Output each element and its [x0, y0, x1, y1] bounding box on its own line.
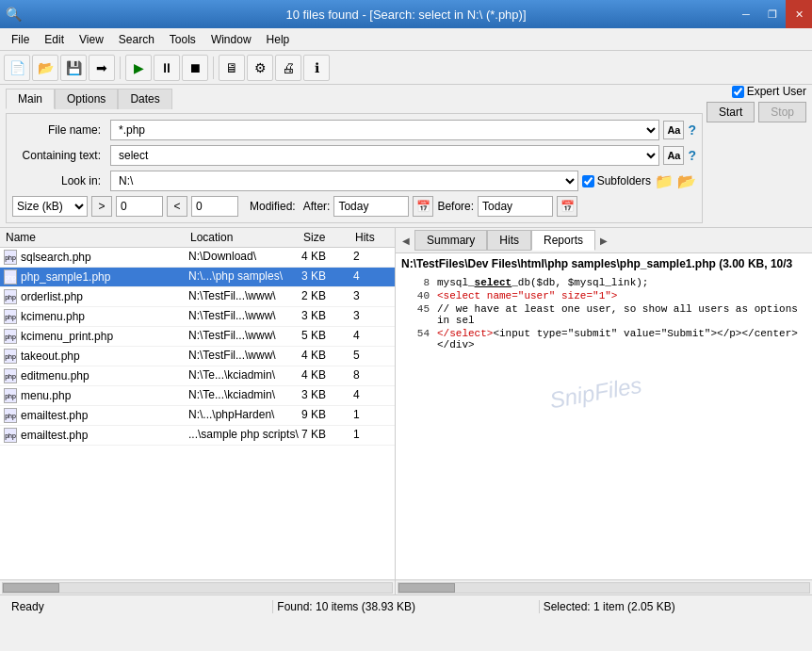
close-button[interactable]: ✕	[786, 0, 812, 28]
right-hscroll-handle[interactable]	[398, 583, 455, 593]
right-tab-hits[interactable]: Hits	[487, 230, 531, 251]
filename-row: File name: *.php Aa ?	[12, 120, 696, 140]
tab-main[interactable]: Main	[6, 89, 55, 109]
file-name: php_sample1.php	[21, 270, 110, 284]
open-button[interactable]: 📂	[32, 55, 58, 81]
tab-prev-arrow[interactable]: ◀	[398, 232, 414, 249]
containing-label: Containing text:	[12, 149, 106, 162]
status-found: Found: 10 items (38.93 KB)	[273, 600, 539, 613]
size-lt-button[interactable]: <	[167, 196, 187, 217]
subfolders-checkbox-label[interactable]: Subfolders	[582, 174, 651, 187]
file-location: N:\TestFil...\www\	[188, 309, 301, 324]
file-name-cell: php menu.php	[4, 388, 188, 403]
table-row[interactable]: php kcimenu_print.php N:\TestFil...\www\…	[0, 327, 395, 347]
size-gt-button[interactable]: >	[91, 196, 112, 217]
right-tab-summary[interactable]: Summary	[414, 230, 487, 251]
col-header-name[interactable]: Name	[4, 231, 188, 244]
menu-file[interactable]: File	[4, 31, 37, 48]
subfolders-checkbox[interactable]	[582, 175, 594, 187]
table-row[interactable]: php emailtest.php ...\sample php scripts…	[0, 426, 395, 446]
right-panel: ◀ Summary Hits Reports ▶ N:\TestFiles\De…	[396, 228, 812, 594]
table-row[interactable]: php orderlist.php N:\TestFil...\www\ 2 K…	[0, 287, 395, 307]
size-lt-input[interactable]	[191, 196, 238, 217]
file-size: 2 KB	[301, 289, 353, 304]
file-name: editmenu.php	[21, 369, 89, 382]
tab-options[interactable]: Options	[55, 89, 118, 109]
file-list-hscroll-handle[interactable]	[3, 583, 59, 593]
table-row[interactable]: php emailtest.php N:\...\phpHarden\ 9 KB…	[0, 406, 395, 426]
expert-user-checkbox[interactable]	[732, 86, 744, 98]
table-row[interactable]: php takeout.php N:\TestFil...\www\ 4 KB …	[0, 347, 395, 366]
main-content: Name Location Size Hits php sqlsearch.ph…	[0, 227, 812, 594]
lookin-input[interactable]: N:\	[110, 171, 578, 191]
info-button[interactable]: ℹ	[303, 55, 330, 81]
open-icon: 📂	[38, 60, 54, 75]
menu-tools[interactable]: Tools	[162, 31, 203, 48]
size-select[interactable]: Size (kB)	[12, 196, 88, 217]
tab-next-arrow[interactable]: ▶	[595, 232, 612, 249]
play-icon: ▶	[134, 60, 144, 75]
subfolders-label: Subfolders	[597, 174, 651, 187]
print-icon: 🖨	[282, 60, 295, 75]
line-number: 54	[401, 328, 430, 350]
menu-search[interactable]: Search	[111, 31, 162, 48]
containing-help-icon[interactable]: ?	[688, 148, 696, 163]
containing-case-button[interactable]: Aa	[663, 146, 684, 165]
print-button[interactable]: 🖨	[275, 55, 301, 81]
col-header-location[interactable]: Location	[188, 231, 301, 244]
file-list-body: php sqlsearch.php N:\Download\ 4 KB 2 ph…	[0, 248, 395, 579]
after-date-input[interactable]	[333, 196, 409, 217]
table-row[interactable]: php menu.php N:\Te...\kciadmin\ 3 KB 4	[0, 386, 395, 406]
containing-input[interactable]: select	[110, 145, 659, 166]
menu-window[interactable]: Window	[203, 31, 259, 48]
table-row[interactable]: php php_sample1.php N:\...\php samples\ …	[0, 268, 395, 287]
before-calendar-button[interactable]: 📅	[557, 196, 577, 217]
start-button[interactable]: Start	[706, 102, 755, 122]
folder-browse2-icon[interactable]: 📂	[677, 172, 696, 190]
file-hits: 8	[353, 368, 391, 383]
table-row[interactable]: php editmenu.php N:\Te...\kciadmin\ 4 KB…	[0, 366, 395, 386]
tab-dates[interactable]: Dates	[118, 89, 171, 109]
new-button[interactable]: 📄	[4, 55, 30, 81]
after-label: After:	[303, 200, 331, 213]
stop-button-form[interactable]: Stop	[758, 102, 806, 122]
settings-button[interactable]: ⚙	[247, 55, 273, 81]
menu-view[interactable]: View	[72, 31, 111, 48]
minimize-button[interactable]: ─	[733, 0, 759, 28]
line-code: <select name="user" size="1">	[437, 290, 806, 301]
filename-case-button[interactable]: Aa	[663, 121, 684, 139]
settings-icon: ⚙	[254, 60, 267, 75]
file-location: N:\TestFil...\www\	[188, 349, 301, 364]
menu-help[interactable]: Help	[259, 31, 298, 48]
file-hits: 2	[353, 250, 391, 265]
menu-edit[interactable]: Edit	[37, 31, 72, 48]
filename-input[interactable]: *.php	[110, 120, 659, 140]
folder-browse-icon[interactable]: 📁	[655, 172, 674, 190]
table-row[interactable]: php kcimenu.php N:\TestFil...\www\ 3 KB …	[0, 307, 395, 327]
col-header-hits[interactable]: Hits	[353, 231, 391, 244]
file-hits: 3	[353, 289, 391, 304]
right-hscroll[interactable]	[396, 579, 812, 594]
restore-button[interactable]: ❐	[759, 0, 786, 28]
file-name-cell: php emailtest.php	[4, 428, 188, 443]
after-calendar-button[interactable]: 📅	[413, 196, 433, 217]
table-row[interactable]: php sqlsearch.php N:\Download\ 4 KB 2	[0, 248, 395, 268]
before-date-input[interactable]	[478, 196, 553, 217]
stop-button[interactable]: ⏹	[182, 55, 208, 81]
play-button[interactable]: ▶	[125, 55, 152, 81]
size-gt-input[interactable]	[116, 196, 163, 217]
file-list-hscroll[interactable]	[0, 579, 395, 594]
right-tab-reports[interactable]: Reports	[531, 230, 595, 251]
file-hits: 1	[353, 428, 391, 443]
view-button[interactable]: 🖥	[219, 55, 245, 81]
file-location: ...\sample php scripts\	[188, 428, 301, 443]
status-bar: Ready Found: 10 items (38.93 KB) Selecte…	[0, 594, 812, 617]
pause-button[interactable]: ⏸	[154, 55, 180, 81]
file-hits: 4	[353, 269, 391, 285]
col-header-size[interactable]: Size	[301, 231, 353, 244]
export-button[interactable]: ➡	[89, 55, 115, 81]
expert-user-checkbox-label[interactable]: Expert User	[732, 85, 806, 98]
save-button[interactable]: 💾	[60, 55, 87, 81]
info-icon: ℹ	[315, 60, 319, 75]
filename-help-icon[interactable]: ?	[688, 122, 696, 138]
